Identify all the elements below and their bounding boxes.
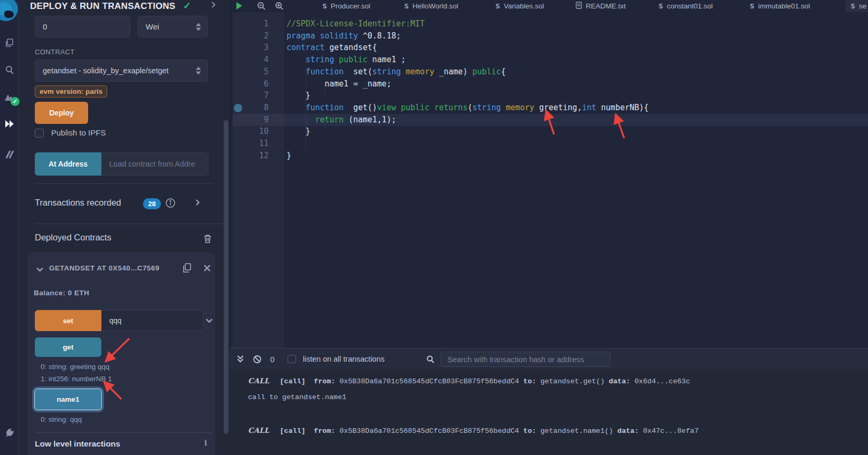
- publish-ipfs-label: Publish to IPFS: [51, 128, 106, 137]
- low-level-interactions-label: Low level interactions: [35, 439, 120, 449]
- solidity-file-icon: S: [750, 3, 755, 10]
- listen-transactions-label: listen on all transactions: [303, 348, 385, 370]
- deploy-run-icon[interactable]: [0, 115, 18, 133]
- code-text: contract getandset{: [287, 42, 377, 54]
- transactions-expand-chevron-icon[interactable]: [194, 199, 201, 208]
- code-editor: SProducer.solSHelloWorld.solSVariables.s…: [230, 0, 868, 348]
- code-text: //SPDX-License-Identifier:MIT: [287, 18, 425, 30]
- static-analysis-icon[interactable]: [0, 146, 18, 163]
- collapse-terminal-icon[interactable]: [236, 348, 244, 370]
- terminal-search-icon: [426, 348, 435, 370]
- code-line-3[interactable]: 3contract getandset{: [230, 42, 868, 54]
- code-line-4[interactable]: 4 string public name1 ;: [230, 54, 868, 66]
- tab-label: constant01.sol: [667, 2, 713, 10]
- set-argument-input[interactable]: qqq: [101, 310, 204, 331]
- code-text: pragma solidity ^0.8.18;: [287, 30, 401, 42]
- log-field-value: 0x6d4...ce63c: [630, 377, 690, 385]
- clear-console-icon[interactable]: [253, 348, 262, 370]
- value-input[interactable]: 0: [35, 16, 130, 37]
- contract-select[interactable]: getandset - solidity_by_exaple/setget: [35, 60, 208, 82]
- terminal-call-log[interactable]: CALL[call]from: 0x5B38Da6a701c568545dCfc…: [248, 376, 690, 385]
- terminal-text-log[interactable]: call to getandset.name1: [248, 393, 346, 401]
- remix-logo[interactable]: [0, 0, 18, 21]
- at-address-button[interactable]: At Address: [35, 152, 101, 176]
- panel-title: DEPLOY & RUN TRANSACTIONS: [30, 1, 175, 11]
- editor-tab-producer-sol[interactable]: SProducer.sol: [317, 0, 376, 12]
- line-number: 10: [230, 125, 269, 138]
- terminal: 0 listen on all transactions CALL[call]f…: [230, 348, 868, 455]
- log-field-key: from:: [314, 427, 336, 435]
- name1-output: 0: string: qqq: [41, 415, 82, 423]
- terminal-search-input[interactable]: [441, 352, 611, 367]
- panel-collapse-chevron-icon[interactable]: [209, 1, 217, 11]
- line-number: 5: [230, 66, 269, 78]
- line-number: 7: [230, 90, 269, 102]
- code-line-12[interactable]: 12}: [230, 150, 868, 162]
- unit-select[interactable]: Wei: [138, 16, 208, 37]
- line-number: 6: [230, 78, 269, 90]
- log-field-value: 0x5B38Da6a701c568545dCfcB03FcB875f56bedd…: [335, 427, 523, 435]
- low-level-info-icon[interactable]: i: [204, 438, 207, 448]
- code-text: name1 = _name;: [287, 78, 392, 90]
- call-tag: [call]: [280, 377, 306, 385]
- code-line-1[interactable]: 1//SPDX-License-Identifier:MIT: [230, 18, 868, 30]
- tab-label: se: [859, 2, 866, 10]
- plugin-manager-icon[interactable]: [0, 424, 18, 442]
- code-line-11[interactable]: 11: [230, 138, 868, 150]
- zoom-in-icon[interactable]: [273, 1, 285, 11]
- listen-transactions-checkbox[interactable]: [288, 348, 296, 370]
- editor-tab-readme-txt[interactable]: README.txt: [570, 0, 631, 12]
- tab-label: Variables.sol: [504, 2, 544, 10]
- tab-label: immutable01.sol: [758, 2, 810, 10]
- editor-tab-variables-sol[interactable]: SVariables.sol: [490, 0, 549, 12]
- name1-getter-button[interactable]: name1: [34, 389, 102, 410]
- editor-tab-immutable01-sol[interactable]: Simmutable01.sol: [745, 0, 815, 12]
- editor-tab-se[interactable]: Sse: [845, 0, 868, 12]
- set-function-button[interactable]: set: [35, 310, 101, 331]
- code-text: }: [287, 125, 310, 138]
- solidity-file-icon: S: [495, 3, 500, 10]
- code-line-8[interactable]: 8 function get()view public returns(stri…: [230, 102, 868, 114]
- publish-ipfs-checkbox[interactable]: [35, 129, 44, 138]
- at-address-input[interactable]: Load contract from Addre: [101, 152, 208, 176]
- play-icon[interactable]: [233, 1, 245, 11]
- code-area[interactable]: 1//SPDX-License-Identifier:MIT2pragma so…: [230, 12, 868, 348]
- trash-icon[interactable]: [203, 234, 212, 246]
- icon-rail: ✓: [0, 0, 18, 455]
- panel-status-check-icon: ✓: [183, 1, 191, 11]
- terminal-call-log[interactable]: CALL[call]from: 0x5B38Da6a701c568545dCfc…: [248, 426, 699, 435]
- code-line-6[interactable]: 6 name1 = _name;: [230, 78, 868, 90]
- code-line-5[interactable]: 5 function set(string memory _name) publ…: [230, 66, 868, 78]
- expand-args-chevron-icon[interactable]: [205, 316, 213, 326]
- contract-collapse-chevron-icon[interactable]: [36, 265, 44, 275]
- transactions-info-icon[interactable]: [165, 198, 176, 210]
- line-number: 11: [230, 138, 269, 150]
- close-contract-icon[interactable]: [203, 264, 211, 274]
- deploy-button[interactable]: Deploy: [35, 102, 88, 124]
- line-number: 8: [230, 102, 269, 114]
- deployed-contracts-title: Deployed Contracts: [35, 233, 111, 243]
- editor-tab-constant01-sol[interactable]: Sconstant01.sol: [653, 0, 718, 12]
- editor-tabbar: SProducer.solSHelloWorld.solSVariables.s…: [230, 0, 868, 12]
- code-line-10[interactable]: 10 }: [230, 125, 868, 138]
- log-field-key: to:: [523, 427, 536, 435]
- log-field-key: data:: [609, 377, 631, 385]
- zoom-out-icon[interactable]: [255, 1, 267, 11]
- search-icon[interactable]: [0, 61, 18, 79]
- set-argument-value: qqq: [109, 316, 121, 325]
- transactions-count-badge: 28: [143, 198, 161, 209]
- copy-address-icon[interactable]: [182, 263, 192, 275]
- line-number: 12: [230, 150, 269, 162]
- code-line-2[interactable]: 2pragma solidity ^0.8.18;: [230, 30, 868, 42]
- file-explorer-icon[interactable]: [0, 34, 18, 52]
- code-line-7[interactable]: 7 }: [230, 90, 868, 102]
- solidity-file-icon: S: [659, 3, 663, 10]
- contract-label: CONTRACT: [35, 48, 74, 56]
- editor-tab-helloworld-sol[interactable]: SHelloWorld.sol: [399, 0, 463, 12]
- get-function-button[interactable]: get: [35, 337, 101, 357]
- panel-scrollbar[interactable]: [224, 120, 228, 434]
- call-tag: [call]: [280, 427, 306, 435]
- code-line-9[interactable]: 9 return (name1,1);: [230, 114, 868, 126]
- evm-version-badge: evm version: paris: [35, 85, 107, 98]
- tab-label: HelloWorld.sol: [413, 2, 459, 10]
